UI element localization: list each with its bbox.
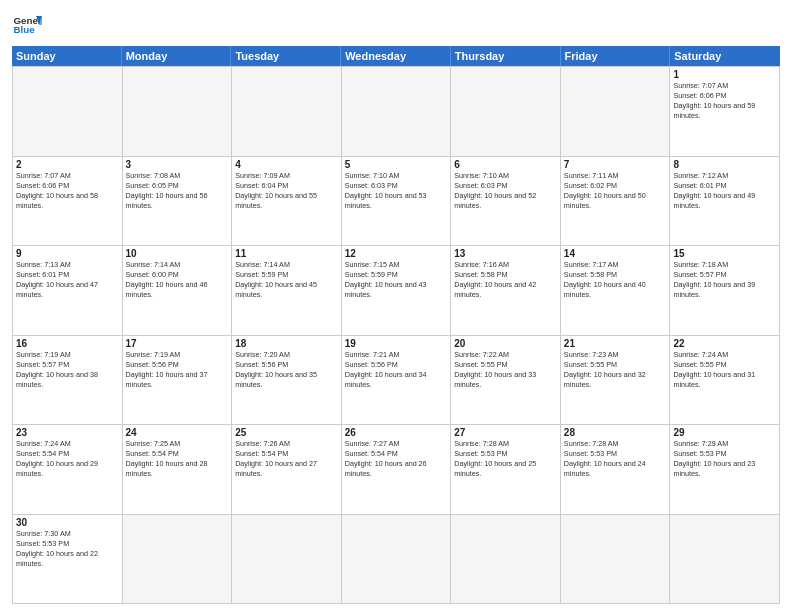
day-number: 12 — [345, 248, 448, 259]
day-number: 28 — [564, 427, 667, 438]
day-number: 21 — [564, 338, 667, 349]
day-number: 9 — [16, 248, 119, 259]
weekday-header: Saturday — [670, 46, 780, 66]
calendar-cell: 16 Sunrise: 7:19 AMSunset: 5:57 PMDaylig… — [13, 336, 123, 426]
day-info: Sunrise: 7:29 AMSunset: 5:53 PMDaylight:… — [673, 439, 776, 479]
day-info: Sunrise: 7:19 AMSunset: 5:57 PMDaylight:… — [16, 350, 119, 390]
day-number: 13 — [454, 248, 557, 259]
day-number: 22 — [673, 338, 776, 349]
day-number: 10 — [126, 248, 229, 259]
day-info: Sunrise: 7:26 AMSunset: 5:54 PMDaylight:… — [235, 439, 338, 479]
day-number: 16 — [16, 338, 119, 349]
day-info: Sunrise: 7:18 AMSunset: 5:57 PMDaylight:… — [673, 260, 776, 300]
day-number: 20 — [454, 338, 557, 349]
day-number: 18 — [235, 338, 338, 349]
calendar-cell: 21 Sunrise: 7:23 AMSunset: 5:55 PMDaylig… — [561, 336, 671, 426]
calendar-cell: 24 Sunrise: 7:25 AMSunset: 5:54 PMDaylig… — [123, 425, 233, 515]
day-info: Sunrise: 7:27 AMSunset: 5:54 PMDaylight:… — [345, 439, 448, 479]
calendar-cell: 1 Sunrise: 7:07 AMSunset: 6:06 PMDayligh… — [670, 67, 780, 157]
calendar: SundayMondayTuesdayWednesdayThursdayFrid… — [12, 46, 780, 604]
day-info: Sunrise: 7:28 AMSunset: 5:53 PMDaylight:… — [564, 439, 667, 479]
day-number: 26 — [345, 427, 448, 438]
calendar-cell: 23 Sunrise: 7:24 AMSunset: 5:54 PMDaylig… — [13, 425, 123, 515]
weekday-header: Tuesday — [231, 46, 341, 66]
calendar-cell: 19 Sunrise: 7:21 AMSunset: 5:56 PMDaylig… — [342, 336, 452, 426]
day-number: 27 — [454, 427, 557, 438]
day-info: Sunrise: 7:19 AMSunset: 5:56 PMDaylight:… — [126, 350, 229, 390]
calendar-cell: 6 Sunrise: 7:10 AMSunset: 6:03 PMDayligh… — [451, 157, 561, 247]
day-info: Sunrise: 7:25 AMSunset: 5:54 PMDaylight:… — [126, 439, 229, 479]
weekday-header: Thursday — [451, 46, 561, 66]
calendar-cell: 2 Sunrise: 7:07 AMSunset: 6:06 PMDayligh… — [13, 157, 123, 247]
calendar-cell: 28 Sunrise: 7:28 AMSunset: 5:53 PMDaylig… — [561, 425, 671, 515]
calendar-cell: 4 Sunrise: 7:09 AMSunset: 6:04 PMDayligh… — [232, 157, 342, 247]
calendar-cell — [13, 67, 123, 157]
page: General Blue SundayMondayTuesdayWednesda… — [0, 0, 792, 612]
calendar-cell: 12 Sunrise: 7:15 AMSunset: 5:59 PMDaylig… — [342, 246, 452, 336]
day-number: 3 — [126, 159, 229, 170]
calendar-cell: 22 Sunrise: 7:24 AMSunset: 5:55 PMDaylig… — [670, 336, 780, 426]
calendar-cell — [561, 67, 671, 157]
calendar-cell — [451, 515, 561, 605]
calendar-cell: 29 Sunrise: 7:29 AMSunset: 5:53 PMDaylig… — [670, 425, 780, 515]
day-info: Sunrise: 7:07 AMSunset: 6:06 PMDaylight:… — [16, 171, 119, 211]
calendar-header: SundayMondayTuesdayWednesdayThursdayFrid… — [12, 46, 780, 66]
day-info: Sunrise: 7:10 AMSunset: 6:03 PMDaylight:… — [454, 171, 557, 211]
day-number: 24 — [126, 427, 229, 438]
day-number: 5 — [345, 159, 448, 170]
calendar-cell: 15 Sunrise: 7:18 AMSunset: 5:57 PMDaylig… — [670, 246, 780, 336]
calendar-cell: 11 Sunrise: 7:14 AMSunset: 5:59 PMDaylig… — [232, 246, 342, 336]
day-info: Sunrise: 7:10 AMSunset: 6:03 PMDaylight:… — [345, 171, 448, 211]
day-info: Sunrise: 7:22 AMSunset: 5:55 PMDaylight:… — [454, 350, 557, 390]
day-number: 14 — [564, 248, 667, 259]
day-info: Sunrise: 7:08 AMSunset: 6:05 PMDaylight:… — [126, 171, 229, 211]
day-info: Sunrise: 7:14 AMSunset: 6:00 PMDaylight:… — [126, 260, 229, 300]
day-number: 29 — [673, 427, 776, 438]
day-info: Sunrise: 7:09 AMSunset: 6:04 PMDaylight:… — [235, 171, 338, 211]
logo-icon: General Blue — [12, 10, 42, 40]
day-info: Sunrise: 7:24 AMSunset: 5:54 PMDaylight:… — [16, 439, 119, 479]
calendar-cell: 14 Sunrise: 7:17 AMSunset: 5:58 PMDaylig… — [561, 246, 671, 336]
day-number: 19 — [345, 338, 448, 349]
weekday-header: Friday — [561, 46, 671, 66]
day-number: 30 — [16, 517, 119, 528]
day-number: 6 — [454, 159, 557, 170]
calendar-cell: 20 Sunrise: 7:22 AMSunset: 5:55 PMDaylig… — [451, 336, 561, 426]
day-info: Sunrise: 7:20 AMSunset: 5:56 PMDaylight:… — [235, 350, 338, 390]
day-info: Sunrise: 7:17 AMSunset: 5:58 PMDaylight:… — [564, 260, 667, 300]
day-number: 11 — [235, 248, 338, 259]
day-info: Sunrise: 7:12 AMSunset: 6:01 PMDaylight:… — [673, 171, 776, 211]
day-number: 4 — [235, 159, 338, 170]
calendar-cell: 17 Sunrise: 7:19 AMSunset: 5:56 PMDaylig… — [123, 336, 233, 426]
calendar-cell: 18 Sunrise: 7:20 AMSunset: 5:56 PMDaylig… — [232, 336, 342, 426]
day-number: 1 — [673, 69, 776, 80]
day-number: 15 — [673, 248, 776, 259]
calendar-cell: 7 Sunrise: 7:11 AMSunset: 6:02 PMDayligh… — [561, 157, 671, 247]
day-number: 17 — [126, 338, 229, 349]
logo-area: General Blue — [12, 10, 42, 40]
calendar-cell: 27 Sunrise: 7:28 AMSunset: 5:53 PMDaylig… — [451, 425, 561, 515]
calendar-body: 1 Sunrise: 7:07 AMSunset: 6:06 PMDayligh… — [12, 66, 780, 604]
day-number: 8 — [673, 159, 776, 170]
day-info: Sunrise: 7:13 AMSunset: 6:01 PMDaylight:… — [16, 260, 119, 300]
day-info: Sunrise: 7:14 AMSunset: 5:59 PMDaylight:… — [235, 260, 338, 300]
day-number: 2 — [16, 159, 119, 170]
calendar-cell: 3 Sunrise: 7:08 AMSunset: 6:05 PMDayligh… — [123, 157, 233, 247]
calendar-cell: 26 Sunrise: 7:27 AMSunset: 5:54 PMDaylig… — [342, 425, 452, 515]
calendar-cell: 8 Sunrise: 7:12 AMSunset: 6:01 PMDayligh… — [670, 157, 780, 247]
weekday-header: Wednesday — [341, 46, 451, 66]
day-info: Sunrise: 7:15 AMSunset: 5:59 PMDaylight:… — [345, 260, 448, 300]
calendar-cell — [232, 515, 342, 605]
day-info: Sunrise: 7:07 AMSunset: 6:06 PMDaylight:… — [673, 81, 776, 121]
calendar-cell: 13 Sunrise: 7:16 AMSunset: 5:58 PMDaylig… — [451, 246, 561, 336]
calendar-cell — [342, 67, 452, 157]
day-number: 23 — [16, 427, 119, 438]
day-info: Sunrise: 7:30 AMSunset: 5:53 PMDaylight:… — [16, 529, 119, 569]
calendar-cell: 25 Sunrise: 7:26 AMSunset: 5:54 PMDaylig… — [232, 425, 342, 515]
svg-text:Blue: Blue — [14, 24, 36, 35]
weekday-header: Sunday — [12, 46, 122, 66]
calendar-cell — [232, 67, 342, 157]
calendar-cell: 9 Sunrise: 7:13 AMSunset: 6:01 PMDayligh… — [13, 246, 123, 336]
calendar-cell — [670, 515, 780, 605]
weekday-header: Monday — [122, 46, 232, 66]
